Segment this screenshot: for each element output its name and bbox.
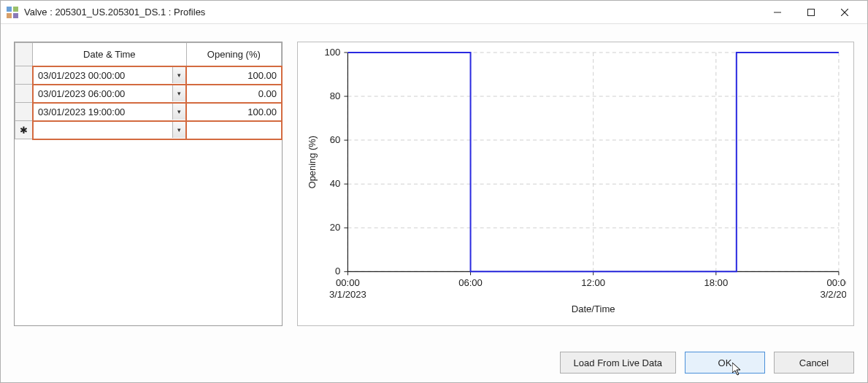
datetime-cell[interactable]: 03/01/2023 06:00:00▾ xyxy=(33,85,187,103)
datetime-dropdown-button[interactable]: ▾ xyxy=(172,85,185,101)
svg-text:0: 0 xyxy=(335,266,340,276)
svg-text:3/2/2023: 3/2/2023 xyxy=(820,289,846,300)
column-header-datetime[interactable]: Date & Time xyxy=(33,43,187,66)
svg-rect-1 xyxy=(808,9,815,15)
datetime-value[interactable] xyxy=(34,128,172,132)
svg-text:18:00: 18:00 xyxy=(704,277,728,288)
svg-text:12:00: 12:00 xyxy=(581,277,605,288)
row-selector[interactable] xyxy=(15,85,33,103)
opening-cell[interactable]: 100.00 xyxy=(186,103,281,121)
minimize-button[interactable] xyxy=(761,1,794,23)
load-from-live-data-button[interactable]: Load From Live Data xyxy=(560,352,676,374)
titlebar: Valve : 205301_US.205301_DS.1 : Profiles xyxy=(1,1,867,24)
datetime-dropdown-button[interactable]: ▾ xyxy=(172,104,185,120)
table-new-row[interactable]: ✱▾ xyxy=(15,121,282,139)
cancel-button[interactable]: Cancel xyxy=(774,352,854,374)
new-row-marker: ✱ xyxy=(15,121,33,139)
cursor-icon xyxy=(732,363,744,377)
svg-text:100: 100 xyxy=(325,47,341,58)
dialog-footer: Load From Live Data OK Cancel xyxy=(1,343,867,382)
svg-text:06:00: 06:00 xyxy=(458,277,483,288)
svg-text:40: 40 xyxy=(330,178,341,189)
svg-text:80: 80 xyxy=(330,90,341,101)
svg-text:00:00: 00:00 xyxy=(336,277,360,288)
svg-text:60: 60 xyxy=(330,134,341,145)
opening-cell[interactable]: 0.00 xyxy=(186,85,281,103)
table-row[interactable]: 03/01/2023 19:00:00▾100.00 xyxy=(15,103,282,121)
maximize-button[interactable] xyxy=(794,1,828,23)
profiles-grid[interactable]: Date & Time Opening (%) 03/01/2023 00:00… xyxy=(14,42,283,326)
content-area: Date & Time Opening (%) 03/01/2023 00:00… xyxy=(1,24,867,343)
chart-canvas: 02040608010000:0006:0012:0018:0000:003/1… xyxy=(302,47,846,321)
datetime-dropdown-button[interactable]: ▾ xyxy=(172,122,185,138)
datetime-value[interactable]: 03/01/2023 19:00:00 xyxy=(34,104,172,120)
column-header-opening[interactable]: Opening (%) xyxy=(186,43,281,66)
header-row-selector xyxy=(15,43,33,66)
close-button[interactable] xyxy=(828,1,861,23)
datetime-cell[interactable]: 03/01/2023 00:00:00▾ xyxy=(33,66,187,85)
table-row[interactable]: 03/01/2023 00:00:00▾100.00 xyxy=(15,66,282,85)
svg-text:3/1/2023: 3/1/2023 xyxy=(329,289,366,300)
svg-text:Date/Time: Date/Time xyxy=(572,303,615,314)
datetime-value[interactable]: 03/01/2023 06:00:00 xyxy=(34,86,172,101)
table-row[interactable]: 03/01/2023 06:00:00▾0.00 xyxy=(15,85,282,103)
ok-button[interactable]: OK xyxy=(685,352,765,374)
dialog-window: Valve : 205301_US.205301_DS.1 : Profiles… xyxy=(0,0,868,383)
svg-text:00:00: 00:00 xyxy=(827,277,846,288)
ok-button-label: OK xyxy=(718,357,732,368)
svg-text:20: 20 xyxy=(330,222,341,233)
row-selector[interactable] xyxy=(15,103,33,121)
profile-chart: 02040608010000:0006:0012:0018:0000:003/1… xyxy=(297,42,854,326)
svg-text:Opening (%): Opening (%) xyxy=(307,136,318,189)
row-selector[interactable] xyxy=(15,66,33,85)
opening-cell[interactable] xyxy=(186,121,281,139)
datetime-dropdown-button[interactable]: ▾ xyxy=(172,67,185,83)
datetime-value[interactable]: 03/01/2023 00:00:00 xyxy=(34,68,172,83)
datetime-cell[interactable]: 03/01/2023 19:00:00▾ xyxy=(33,103,187,121)
opening-cell[interactable]: 100.00 xyxy=(186,66,281,85)
window-title: Valve : 205301_US.205301_DS.1 : Profiles xyxy=(24,7,205,18)
app-icon xyxy=(7,7,18,18)
datetime-cell[interactable]: ▾ xyxy=(33,121,187,139)
